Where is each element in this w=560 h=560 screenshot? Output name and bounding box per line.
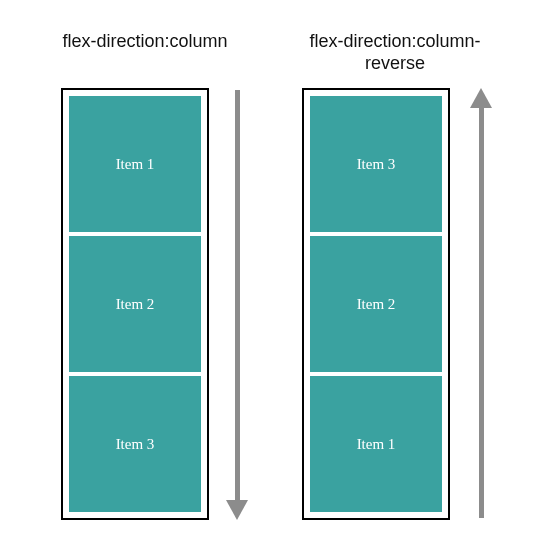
flex-item: Item 1 [69,96,201,232]
heading-column-reverse: flex-direction:column-reverse [290,30,500,74]
flex-container-column: Item 1 Item 2 Item 3 [61,88,209,520]
flex-item: Item 3 [69,376,201,512]
diagram-stage: flex-direction:column flex-direction:col… [0,0,560,560]
direction-arrow-up-icon [470,88,492,518]
flex-item: Item 2 [69,236,201,372]
flex-item: Item 2 [310,236,442,372]
flex-item: Item 1 [310,376,442,512]
heading-column: flex-direction:column [40,30,250,52]
flex-container-column-reverse: Item 3 Item 2 Item 1 [302,88,450,520]
flex-item: Item 3 [310,96,442,232]
direction-arrow-down-icon [226,90,248,520]
